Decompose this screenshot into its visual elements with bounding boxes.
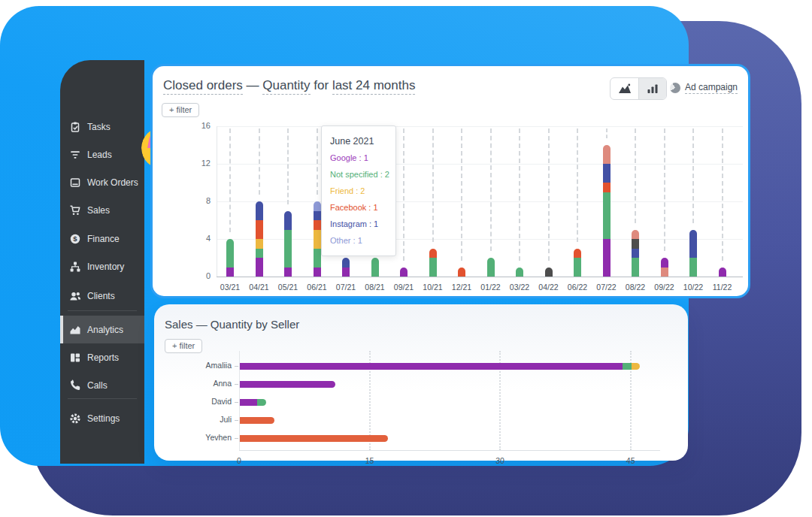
y-axis-tick-label: 4 bbox=[182, 234, 211, 243]
hbar-segment-orange bbox=[240, 417, 274, 424]
sales-by-seller-chart: 0153045AmaliiaAnnaDavidJuliYevhen bbox=[239, 351, 660, 450]
stacked-bar-06/21[interactable] bbox=[314, 201, 321, 277]
title-text: — bbox=[243, 78, 262, 92]
sidebar-item-label: Work Orders bbox=[87, 177, 138, 188]
x-axis-line bbox=[239, 450, 660, 451]
sidebar-item-clients[interactable]: Clients bbox=[60, 282, 144, 310]
stacked-bar-04/21[interactable] bbox=[256, 201, 263, 277]
bar-chart-icon bbox=[647, 83, 659, 94]
y-axis-tick-label: 16 bbox=[182, 121, 211, 130]
title-dropdown-segment[interactable]: Quantity bbox=[262, 78, 310, 95]
sidebar-item-settings[interactable]: Settings bbox=[60, 404, 144, 432]
y-axis-tick-label: 8 bbox=[182, 196, 211, 205]
bar-segment-facebook bbox=[429, 249, 437, 258]
stacked-bar-09/22[interactable] bbox=[661, 258, 668, 277]
stacked-bar-03/21[interactable] bbox=[226, 239, 234, 277]
bar-segment-facebook bbox=[603, 183, 611, 192]
closed-orders-filter-button[interactable]: + filter bbox=[162, 103, 199, 117]
bar-chart-toggle-button[interactable] bbox=[638, 78, 666, 99]
stacked-bar-10/22[interactable] bbox=[689, 230, 697, 277]
stacked-bar-07/21[interactable] bbox=[342, 258, 350, 277]
hbar-segment-google bbox=[240, 363, 623, 370]
sidebar-item-label: Calls bbox=[87, 380, 108, 391]
sidebar-item-finance[interactable]: $Finance bbox=[60, 225, 144, 252]
hbar-segment-google bbox=[240, 399, 257, 406]
stacked-bar-10/21[interactable] bbox=[429, 249, 437, 277]
pie-chart-icon bbox=[670, 83, 680, 93]
tasks-icon bbox=[69, 121, 81, 133]
stacked-bar-04/22[interactable] bbox=[545, 268, 553, 277]
analytics-icon bbox=[69, 324, 81, 336]
bar-segment-google bbox=[603, 239, 611, 277]
bar-segment-instagram bbox=[632, 249, 639, 258]
x-axis-month-label: 03/21 bbox=[215, 283, 245, 292]
bar-segment-salmon bbox=[603, 145, 611, 164]
stacked-bar-12/21[interactable] bbox=[458, 268, 465, 277]
sidebar-item-leads[interactable]: Leads bbox=[60, 141, 144, 168]
page: TasksLeadsWork OrdersSales$FinanceInvent… bbox=[0, 0, 812, 517]
bar-segment-google bbox=[284, 268, 292, 277]
finance-icon: $ bbox=[69, 233, 81, 245]
stacked-bar-05/21[interactable] bbox=[284, 211, 292, 277]
sales-filter-button[interactable]: + filter bbox=[165, 339, 202, 353]
hbar-segment-not-specified bbox=[257, 399, 266, 406]
sidebar-item-calls[interactable]: Calls bbox=[60, 371, 144, 399]
bar-segment-google bbox=[314, 268, 321, 277]
hover-guide-line bbox=[606, 128, 607, 138]
stacked-bar-08/21[interactable] bbox=[371, 258, 379, 277]
ad-campaign-link[interactable]: Ad campaign bbox=[670, 82, 738, 94]
stacked-bar-01/22[interactable] bbox=[487, 258, 495, 277]
sidebar-item-work-orders[interactable]: Work Orders bbox=[60, 168, 144, 196]
hbar-david[interactable] bbox=[240, 399, 266, 406]
stacked-bar-11/22[interactable] bbox=[719, 268, 726, 277]
stacked-bar-07/22[interactable] bbox=[603, 145, 611, 277]
bar-segment-gray bbox=[632, 239, 639, 249]
x-axis-month-label: 07/21 bbox=[331, 283, 361, 292]
hover-guide-line bbox=[317, 128, 318, 195]
closed-orders-chart: 048121603/2104/2105/2106/2107/2108/2109/… bbox=[217, 126, 743, 277]
bar-segment-friend bbox=[314, 230, 321, 249]
sidebar-item-sales[interactable]: Sales bbox=[60, 196, 144, 224]
sidebar-item-tasks[interactable]: Tasks bbox=[60, 113, 144, 141]
hover-guide-line bbox=[229, 128, 231, 232]
stacked-bar-08/22[interactable] bbox=[632, 230, 639, 277]
bar-segment-instagram bbox=[603, 164, 611, 183]
bar-segment-gray bbox=[545, 268, 553, 277]
stacked-bar-06/22[interactable] bbox=[574, 249, 581, 277]
sidebar-item-label: Clients bbox=[87, 291, 115, 301]
reports-icon bbox=[69, 352, 81, 364]
sidebar-item-analytics[interactable]: Analytics bbox=[60, 316, 144, 343]
bar-segment-not-specified bbox=[632, 258, 639, 277]
hbar-juli[interactable] bbox=[240, 417, 274, 424]
title-dropdown-segment[interactable]: last 24 months bbox=[332, 78, 416, 95]
sidebar-item-inventory[interactable]: Inventory bbox=[60, 252, 144, 280]
hbar-anna[interactable] bbox=[240, 381, 335, 388]
hover-guide-line bbox=[519, 128, 520, 261]
bar-segment-not-specified bbox=[256, 249, 263, 258]
leads-icon bbox=[69, 149, 81, 161]
x-axis-month-label: 09/21 bbox=[389, 283, 419, 292]
tooltip-rows: Google : 1Not specified : 2Friend : 2Fac… bbox=[330, 150, 387, 249]
sidebar-item-label: Tasks bbox=[87, 122, 111, 132]
sidebar-divider-2 bbox=[68, 398, 137, 399]
x-axis-month-label: 07/22 bbox=[592, 283, 622, 292]
hbar-amaliia[interactable] bbox=[240, 363, 640, 370]
hbar-yevhen[interactable] bbox=[240, 435, 388, 442]
x-axis-month-label: 06/22 bbox=[562, 283, 592, 292]
y-axis-line bbox=[217, 126, 217, 277]
bar-segment-friend bbox=[256, 239, 263, 249]
hover-guide-line bbox=[548, 128, 550, 261]
x-axis-month-label: 11/22 bbox=[707, 283, 738, 292]
hbar-segment-orange bbox=[240, 435, 388, 442]
title-text: for bbox=[311, 78, 332, 92]
hbar-segment-friend bbox=[632, 363, 641, 370]
bar-segment-facebook bbox=[574, 249, 581, 258]
sidebar-item-reports[interactable]: Reports bbox=[60, 343, 144, 371]
stacked-bar-09/21[interactable] bbox=[400, 268, 408, 277]
title-dropdown-segment[interactable]: Closed orders bbox=[163, 78, 243, 95]
stacked-bar-03/22[interactable] bbox=[516, 268, 523, 277]
area-chart-icon bbox=[618, 83, 632, 94]
bar-segment-instagram bbox=[256, 201, 263, 220]
area-chart-toggle-button[interactable] bbox=[611, 78, 638, 99]
hover-guide-line bbox=[259, 128, 260, 195]
